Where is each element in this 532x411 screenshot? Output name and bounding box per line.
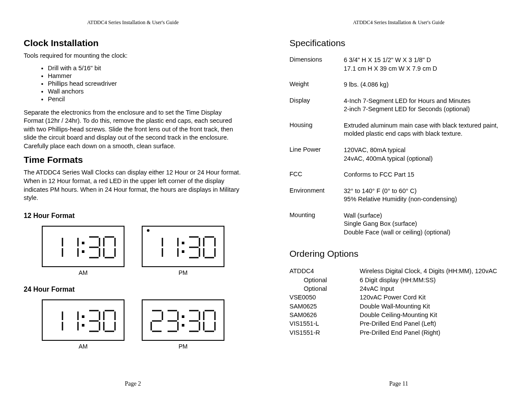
pm-indicator-icon [147,229,149,232]
spec-value: 32° to 140° F (0° to 60° C)95% Relative … [344,187,508,204]
heading-12hr: 12 Hour Format [24,212,242,220]
clock-frame [42,226,124,267]
clock-display: AM [42,226,124,276]
spec-value: Wall (surface)Single Gang Box (surface)D… [344,212,508,237]
clock-caption: AM [42,343,124,350]
spec-label: Environment [289,187,344,204]
colon-icon [182,242,184,253]
order-value: Pre-Drilled End Panel (Left) [360,319,508,328]
heading-specifications: Specifications [289,38,508,48]
heading-24hr: 24 Hour Format [24,286,242,293]
spec-value: Extruded aluminum main case with black t… [344,121,508,138]
order-label: SAM0626 [289,311,360,319]
tool-item: Hammer [48,72,242,79]
specifications-table: Dimensions6 3/4" H X 15 1/2" W X 3 1/8" … [289,56,508,237]
order-value: Double Wall-Mounting Kit [360,302,508,311]
header-left: ATDDC4 Series Installation & User's Guid… [24,19,242,26]
order-label: SAM0625 [289,302,360,311]
order-row: Optional6 Digit display (HH:MM:SS) [289,276,508,284]
order-label: ATDDC4 [289,267,360,275]
tool-item: Wall anchors [48,88,242,95]
colon-icon [82,242,84,253]
order-row: ATDDC4Wireless Digital Clock, 4 Digits (… [289,267,508,275]
spec-row: Dimensions6 3/4" H X 15 1/2" W X 3 1/8" … [289,56,508,73]
order-row: VIS1551-RPre-Drilled End Panel (Right) [289,328,508,337]
clock-frame [42,299,124,341]
spec-value: 4-Inch 7-Segment LED for Hours and Minut… [344,97,508,114]
page-number-right: Page 11 [266,380,532,387]
order-row: VSE0050120vAC Power Cord Kit [289,293,508,302]
tools-intro: Tools required for mounting the clock: [24,52,242,60]
colon-icon [82,315,84,327]
spec-label: Weight [289,81,344,89]
order-row: Optional24vAC Input [289,284,508,293]
spec-label: Housing [289,121,344,138]
order-label: VIS1551-R [289,328,360,337]
colon-icon [182,315,184,327]
clock-frame [142,226,224,267]
spec-label: Mounting [289,212,344,237]
tools-list: Drill with a 5/16" bitHammerPhillips hea… [24,65,242,103]
spec-row: Weight9 lbs. (4.086 kg) [289,81,508,89]
order-row: SAM0626Double Ceiling-Mounting Kit [289,311,508,319]
spec-label: Display [289,97,344,114]
page-right: ATDDC4 Series Installation & User's Guid… [266,0,532,411]
order-label: Optional [289,276,360,284]
spec-label: Dimensions [289,56,344,73]
order-value: Wireless Digital Clock, 4 Digits (HH:MM)… [360,267,508,275]
clock-display: PM [142,226,224,276]
order-value: Pre-Drilled End Panel (Right) [360,328,508,337]
order-value: 120vAC Power Cord Kit [360,293,508,302]
spec-label: FCC [289,171,344,179]
clock-display: PM [142,299,224,350]
spec-label: Line Power [289,146,344,163]
heading-clock-installation: Clock Installation [24,38,242,48]
spec-row: FCCConforms to FCC Part 15 [289,171,508,179]
spec-value: Conforms to FCC Part 15 [344,171,508,179]
clock-caption: PM [142,343,224,350]
page-number-left: Page 2 [0,380,266,387]
order-label: Optional [289,284,360,293]
time-formats-paragraph: The ATDDC4 Series Wall Clocks can displa… [24,168,242,202]
order-value: 6 Digit display (HH:MM:SS) [360,276,508,284]
clock-caption: AM [42,269,124,276]
order-row: SAM0625Double Wall-Mounting Kit [289,302,508,311]
page-left: ATDDC4 Series Installation & User's Guid… [0,0,266,411]
tool-item: Drill with a 5/16" bit [48,65,242,72]
clock-display: AM [42,299,124,350]
order-value: Double Ceiling-Mounting Kit [360,311,508,319]
heading-time-formats: Time Formats [24,155,242,165]
order-label: VIS1551-L [289,319,360,328]
ordering-table: ATDDC4Wireless Digital Clock, 4 Digits (… [289,267,508,336]
spec-value: 9 lbs. (4.086 kg) [344,81,508,89]
heading-ordering: Ordering Options [289,249,508,259]
tool-item: Pencil [48,96,242,103]
clock-caption: PM [142,269,224,276]
order-label: VSE0050 [289,293,360,302]
header-right: ATDDC4 Series Installation & User's Guid… [289,19,508,26]
spec-row: Environment32° to 140° F (0° to 60° C)95… [289,187,508,204]
spec-value: 6 3/4" H X 15 1/2" W X 3 1/8" D17.1 cm H… [344,56,508,73]
clock-row-24hr: AM PM [42,299,242,350]
order-row: VIS1551-LPre-Drilled End Panel (Left) [289,319,508,328]
spec-row: Line Power120VAC, 80mA typical24vAC, 400… [289,146,508,163]
spec-value: 120VAC, 80mA typical24vAC, 400mA typical… [344,146,508,163]
clock-frame [142,299,224,341]
spec-row: Display4-Inch 7-Segment LED for Hours an… [289,97,508,114]
spec-row: MountingWall (surface)Single Gang Box (s… [289,212,508,237]
order-value: 24vAC Input [360,284,508,293]
spec-row: HousingExtruded aluminum main case with … [289,121,508,138]
separate-paragraph: Separate the electronics from the enclos… [24,109,242,151]
clock-row-12hr: AM PM [42,226,242,276]
tool-item: Phillips head screwdriver [48,80,242,87]
